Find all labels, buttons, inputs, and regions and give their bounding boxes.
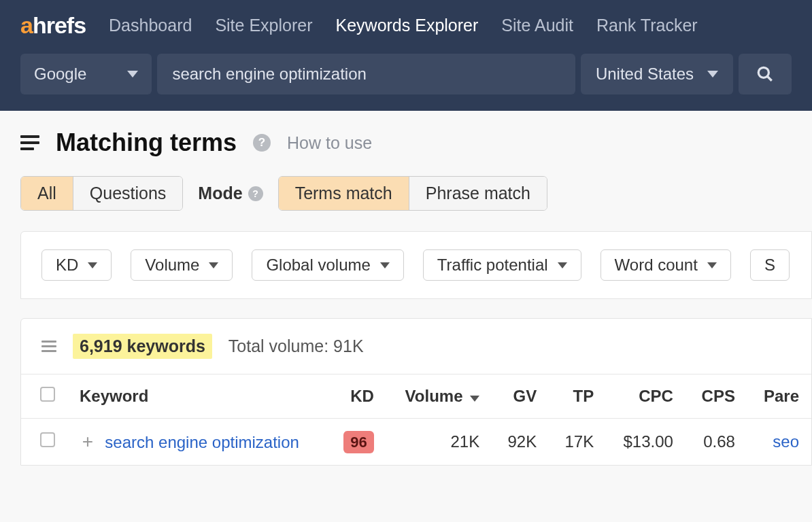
select-all-checkbox[interactable]	[40, 387, 55, 402]
chevron-down-icon	[209, 262, 218, 268]
col-kd[interactable]: KD	[328, 375, 386, 419]
nav-dashboard[interactable]: Dashboard	[109, 16, 192, 35]
svg-line-1	[767, 76, 772, 81]
logo-letter-a: a	[20, 12, 33, 38]
chevron-down-icon	[88, 262, 97, 268]
chevron-down-icon	[380, 262, 390, 268]
page-title: Matching terms	[56, 128, 237, 157]
keyword-input[interactable]	[172, 65, 560, 84]
col-volume[interactable]: Volume	[386, 375, 492, 419]
cell-cps: 0.68	[686, 419, 747, 466]
keyword-link[interactable]: search engine optimization	[105, 433, 299, 451]
kd-badge: 96	[343, 431, 373, 453]
filter-more[interactable]: S	[750, 249, 790, 281]
total-volume: Total volume: 91K	[229, 336, 364, 356]
parent-link[interactable]: seo	[773, 432, 799, 451]
how-to-use-link[interactable]: How to use	[287, 133, 372, 153]
mode-tab-group: Terms match Phrase match	[278, 176, 547, 211]
results-panel: 6,919 keywords Total volume: 91K Keyword…	[20, 318, 812, 466]
nav-keywords-explorer[interactable]: Keywords Explorer	[336, 16, 479, 35]
expand-icon[interactable]: +	[80, 431, 96, 453]
cell-cpc: $13.00	[606, 419, 686, 466]
filter-volume[interactable]: Volume	[131, 249, 233, 281]
filter-traffic-potential[interactable]: Traffic potential	[423, 249, 581, 281]
filter-word-count[interactable]: Word count	[600, 249, 731, 281]
col-cps[interactable]: CPS	[686, 375, 747, 419]
nav-site-explorer[interactable]: Site Explorer	[215, 16, 312, 35]
country-value: United States	[596, 65, 694, 84]
chevron-down-icon	[707, 71, 718, 77]
tab-terms-match[interactable]: Terms match	[279, 177, 409, 210]
help-icon[interactable]: ?	[253, 134, 271, 152]
nav-rank-tracker[interactable]: Rank Tracker	[596, 16, 698, 35]
cell-tp: 17K	[549, 419, 606, 466]
country-select[interactable]: United States	[581, 54, 733, 94]
col-keyword[interactable]: Keyword	[67, 375, 328, 419]
sidebar-toggle[interactable]	[20, 132, 39, 154]
search-icon	[756, 65, 774, 83]
chevron-down-icon	[558, 262, 567, 268]
keyword-count: 6,919 keywords	[73, 334, 212, 359]
list-options-icon[interactable]	[41, 338, 56, 355]
type-tab-group: All Questions	[20, 176, 183, 211]
col-tp[interactable]: TP	[549, 375, 606, 419]
filter-kd[interactable]: KD	[41, 249, 112, 281]
search-engine-value: Google	[34, 65, 86, 84]
col-cpc[interactable]: CPC	[606, 375, 686, 419]
help-icon[interactable]: ?	[248, 186, 263, 201]
filter-global-volume[interactable]: Global volume	[252, 249, 403, 281]
tab-all[interactable]: All	[21, 177, 73, 210]
cell-volume: 21K	[386, 419, 492, 466]
filter-bar: KD Volume Global volume Traffic potentia…	[20, 231, 812, 299]
table-row: + search engine optimization 96 21K 92K …	[21, 419, 811, 466]
search-engine-select[interactable]: Google	[20, 54, 152, 94]
row-checkbox[interactable]	[40, 432, 55, 447]
logo[interactable]: ahrefs	[20, 12, 86, 39]
chevron-down-icon	[127, 71, 138, 77]
svg-point-0	[758, 67, 768, 77]
tab-phrase-match[interactable]: Phrase match	[409, 177, 547, 210]
tab-questions[interactable]: Questions	[73, 177, 183, 210]
mode-label: Mode ?	[198, 184, 263, 203]
sort-desc-icon	[470, 396, 479, 402]
cell-gv: 92K	[492, 419, 549, 466]
keyword-input-wrapper[interactable]	[157, 54, 575, 94]
col-parent[interactable]: Pare	[747, 375, 811, 419]
search-button[interactable]	[739, 54, 792, 94]
logo-rest: hrefs	[33, 12, 86, 38]
col-gv[interactable]: GV	[492, 375, 549, 419]
nav-site-audit[interactable]: Site Audit	[501, 16, 573, 35]
chevron-down-icon	[707, 262, 717, 268]
